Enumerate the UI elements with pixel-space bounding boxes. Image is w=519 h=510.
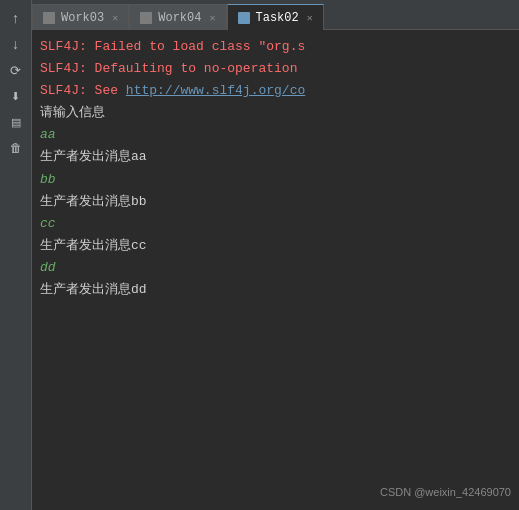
rerun-button[interactable]: ⟳ — [3, 58, 29, 82]
tab-work04-icon — [140, 12, 152, 24]
console-output-aa: 生产者发出消息aa — [40, 146, 511, 168]
menu-button[interactable]: ▤ — [3, 110, 29, 134]
scroll-up-button[interactable]: ↑ — [3, 6, 29, 30]
console-line-3: SLF4J: See http://www.slf4j.org/co — [40, 80, 511, 102]
main-area: Work03 ✕ Work04 ✕ Task02 ✕ SLF4J: Failed… — [32, 0, 519, 510]
tab-task02[interactable]: Task02 ✕ — [227, 4, 324, 30]
console-output: SLF4J: Failed to load class "org.s SLF4J… — [32, 30, 519, 510]
sidebar: ↑ ↓ ⟳ ⬇ ▤ 🗑 — [0, 0, 32, 510]
console-input-cc: cc — [40, 213, 511, 235]
download-button[interactable]: ⬇ — [3, 84, 29, 108]
slf4j-link[interactable]: http://www.slf4j.org/co — [126, 83, 305, 98]
scroll-down-button[interactable]: ↓ — [3, 32, 29, 56]
tab-work03-close[interactable]: ✕ — [112, 12, 118, 24]
console-line-1: SLF4J: Failed to load class "org.s — [40, 36, 511, 58]
tab-work03[interactable]: Work03 ✕ — [32, 4, 129, 30]
tab-work03-icon — [43, 12, 55, 24]
console-prompt: 请输入信息 — [40, 102, 511, 124]
console-input-aa: aa — [40, 124, 511, 146]
console-output-cc: 生产者发出消息cc — [40, 235, 511, 257]
console-output-dd: 生产者发出消息dd — [40, 279, 511, 301]
tab-work04-label: Work04 — [158, 11, 201, 25]
tab-work03-label: Work03 — [61, 11, 104, 25]
tab-bar: Work03 ✕ Work04 ✕ Task02 ✕ — [32, 0, 519, 30]
console-line-2: SLF4J: Defaulting to no-operation — [40, 58, 511, 80]
tab-task02-label: Task02 — [256, 11, 299, 25]
watermark: CSDN @weixin_42469070 — [380, 483, 511, 502]
tab-task02-icon — [238, 12, 250, 24]
console-input-bb: bb — [40, 169, 511, 191]
console-output-bb: 生产者发出消息bb — [40, 191, 511, 213]
tab-work04[interactable]: Work04 ✕ — [129, 4, 226, 30]
tab-work04-close[interactable]: ✕ — [209, 12, 215, 24]
console-input-dd: dd — [40, 257, 511, 279]
clear-button[interactable]: 🗑 — [3, 136, 29, 160]
tab-task02-close[interactable]: ✕ — [307, 12, 313, 24]
